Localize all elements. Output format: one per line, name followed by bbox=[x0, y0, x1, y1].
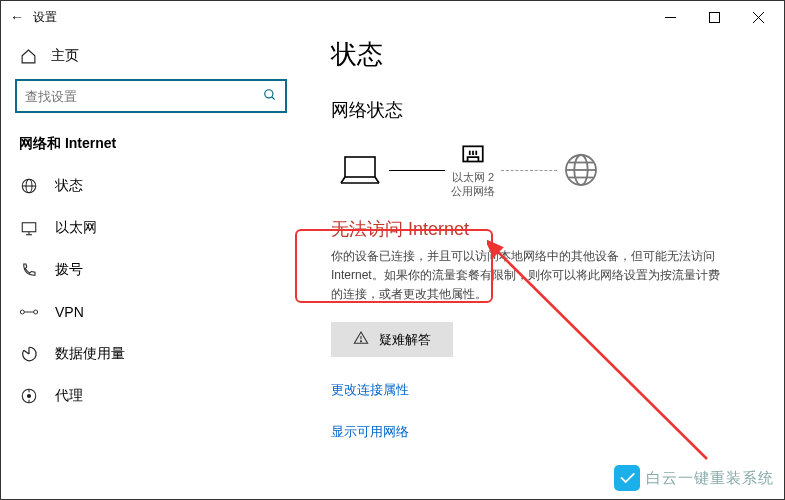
sidebar-item-label: 数据使用量 bbox=[55, 345, 125, 363]
maximize-button[interactable] bbox=[692, 1, 736, 33]
warning-icon bbox=[353, 330, 369, 349]
sidebar: 主页 网络和 Internet 状态 以太网 拨号 VPN 数据使用量 bbox=[1, 33, 301, 500]
home-link[interactable]: 主页 bbox=[15, 39, 287, 79]
ethernet-port-icon bbox=[460, 142, 486, 168]
back-button[interactable]: ← bbox=[5, 9, 29, 25]
vpn-icon bbox=[19, 302, 39, 322]
globe-outline-icon bbox=[19, 176, 39, 196]
network-diagram: 以太网 2 公用网络 bbox=[337, 142, 754, 199]
no-internet-heading: 无法访问 Internet bbox=[331, 217, 754, 241]
svg-line-16 bbox=[24, 350, 29, 354]
watermark-text: 白云一键重装系统 bbox=[646, 469, 774, 488]
svg-point-4 bbox=[265, 89, 273, 97]
connection-dashed-icon bbox=[501, 170, 557, 171]
sidebar-item-vpn[interactable]: VPN bbox=[15, 291, 287, 333]
proxy-icon bbox=[19, 386, 39, 406]
search-icon bbox=[263, 88, 277, 105]
change-connection-link[interactable]: 更改连接属性 bbox=[331, 381, 754, 399]
sidebar-item-proxy[interactable]: 代理 bbox=[15, 375, 287, 417]
window-title: 设置 bbox=[29, 9, 57, 26]
svg-point-18 bbox=[28, 395, 31, 398]
globe-icon bbox=[563, 152, 599, 188]
svg-rect-1 bbox=[709, 12, 719, 22]
section-title: 网络和 Internet bbox=[15, 133, 287, 165]
sidebar-item-datausage[interactable]: 数据使用量 bbox=[15, 333, 287, 375]
monitor-icon bbox=[19, 218, 39, 238]
sidebar-item-dialup[interactable]: 拨号 bbox=[15, 249, 287, 291]
connection-line-icon bbox=[389, 170, 445, 171]
watermark-logo-icon bbox=[614, 465, 640, 491]
svg-line-5 bbox=[272, 96, 275, 99]
sidebar-item-label: VPN bbox=[55, 304, 84, 320]
svg-rect-21 bbox=[345, 157, 375, 177]
phone-icon bbox=[19, 260, 39, 280]
sidebar-item-label: 代理 bbox=[55, 387, 83, 405]
sidebar-item-label: 以太网 bbox=[55, 219, 97, 237]
adapter-block: 以太网 2 公用网络 bbox=[451, 142, 495, 199]
show-networks-link[interactable]: 显示可用网络 bbox=[331, 423, 754, 441]
sidebar-item-label: 状态 bbox=[55, 177, 83, 195]
laptop-icon bbox=[337, 153, 383, 187]
troubleshoot-label: 疑难解答 bbox=[379, 331, 431, 349]
close-button[interactable] bbox=[736, 1, 780, 33]
svg-point-30 bbox=[360, 341, 361, 342]
svg-rect-9 bbox=[22, 223, 36, 232]
adapter-network-type: 公用网络 bbox=[451, 184, 495, 198]
search-input[interactable] bbox=[25, 89, 263, 104]
home-label: 主页 bbox=[51, 47, 79, 65]
page-title: 状态 bbox=[331, 37, 754, 72]
watermark: 白云一键重装系统 bbox=[614, 465, 774, 491]
svg-point-13 bbox=[34, 310, 38, 314]
sidebar-item-ethernet[interactable]: 以太网 bbox=[15, 207, 287, 249]
adapter-name: 以太网 2 bbox=[452, 170, 494, 184]
sidebar-item-label: 拨号 bbox=[55, 261, 83, 279]
minimize-button[interactable] bbox=[648, 1, 692, 33]
sidebar-item-status[interactable]: 状态 bbox=[15, 165, 287, 207]
troubleshoot-button[interactable]: 疑难解答 bbox=[331, 322, 453, 357]
content-pane: 状态 网络状态 以太网 2 公用网络 无法访问 Internet 你的设备已连接… bbox=[301, 33, 784, 500]
data-usage-icon bbox=[19, 344, 39, 364]
home-icon bbox=[19, 48, 37, 65]
svg-point-12 bbox=[20, 310, 24, 314]
status-description: 你的设备已连接，并且可以访问本地网络中的其他设备，但可能无法访问 Interne… bbox=[331, 247, 731, 305]
search-box[interactable] bbox=[15, 79, 287, 113]
section-subtitle: 网络状态 bbox=[331, 98, 754, 122]
